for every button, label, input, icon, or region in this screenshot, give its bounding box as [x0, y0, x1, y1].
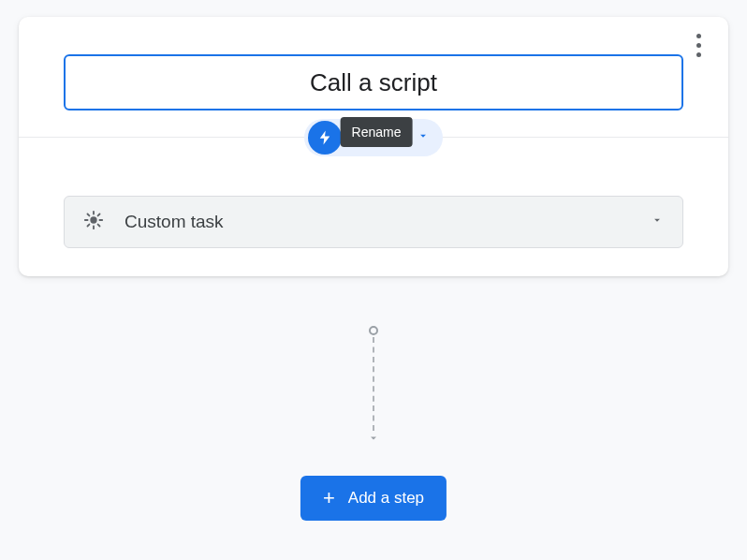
chevron-down-icon [417, 129, 430, 146]
more-options-button[interactable] [685, 30, 711, 60]
bolt-icon [308, 121, 342, 155]
connector-line [373, 337, 374, 431]
flow-connector [364, 326, 383, 448]
task-area: Custom task [19, 156, 728, 248]
trigger-pill[interactable]: Run task Rename [304, 119, 442, 156]
rename-tooltip: Rename [341, 117, 413, 147]
task-card: Run task Rename Custom task [19, 17, 728, 276]
chevron-down-icon [651, 214, 664, 230]
gear-icon [83, 210, 104, 234]
task-title-input[interactable] [64, 54, 683, 111]
task-type-select[interactable]: Custom task [64, 196, 683, 248]
task-type-label: Custom task [124, 212, 630, 232]
add-step-button[interactable]: + Add a step [300, 476, 447, 521]
plus-icon: + [323, 488, 335, 508]
connector-dot [369, 326, 378, 335]
trigger-row: Run task Rename [19, 119, 728, 156]
svg-point-0 [91, 217, 96, 223]
arrow-down-icon [368, 431, 379, 448]
add-step-label: Add a step [348, 489, 424, 508]
